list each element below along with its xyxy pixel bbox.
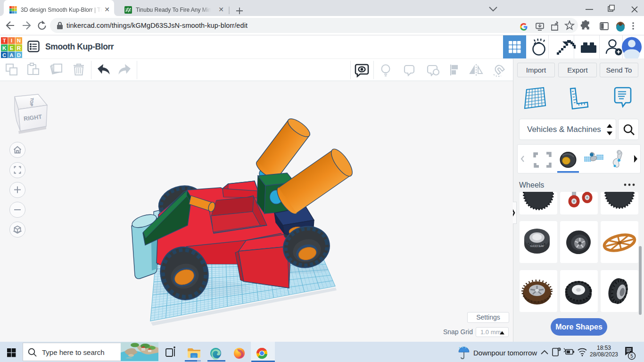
svg-text:GOODYEAR: GOODYEAR [530, 245, 544, 247]
svg-text:N: N [17, 38, 21, 43]
svg-text:I: I [11, 38, 12, 43]
svg-text:K: K [2, 45, 7, 51]
svg-text:A: A [9, 52, 13, 58]
svg-text:R: R [17, 45, 21, 51]
svg-text:5: 5 [630, 354, 633, 359]
svg-text:T: T [3, 38, 6, 43]
svg-text:D: D [17, 52, 21, 58]
svg-text:C: C [2, 52, 6, 58]
svg-text:E: E [10, 45, 14, 51]
svg-text:TOP: TOP [29, 98, 34, 107]
